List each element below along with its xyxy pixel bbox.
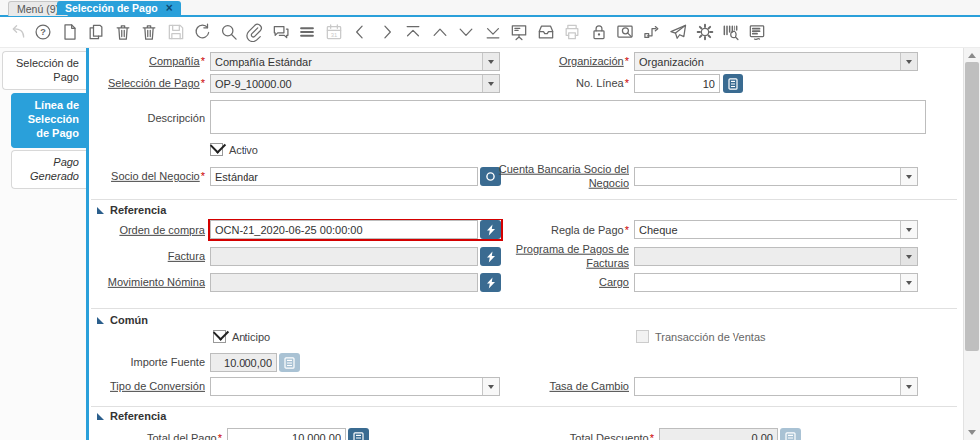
previous-record-icon[interactable] xyxy=(349,20,373,44)
regla-pago-combobox[interactable] xyxy=(634,220,918,239)
zoom-across-icon[interactable] xyxy=(614,20,638,44)
chevron-down-icon[interactable] xyxy=(900,378,917,395)
movimiento-nomina-input xyxy=(210,273,478,292)
transaccion-ventas-label: Transacción de Ventas xyxy=(655,331,766,343)
chat-icon[interactable] xyxy=(269,20,293,44)
collapse-triangle-icon[interactable] xyxy=(97,207,104,214)
delete-record-icon[interactable] xyxy=(111,20,135,44)
factura-label[interactable]: Factura xyxy=(89,249,205,263)
export-icon[interactable] xyxy=(667,20,691,44)
archive-icon[interactable] xyxy=(534,20,558,44)
organizacion-value[interactable] xyxy=(635,53,900,70)
importe-fuente-label: Importe Fuente xyxy=(89,355,205,369)
tab-seleccion-de-pago-window[interactable]: Selección de Pago × xyxy=(57,1,181,15)
scrollbar-thumb[interactable] xyxy=(965,62,979,351)
process-icon[interactable] xyxy=(693,20,717,44)
collapse-triangle-icon[interactable] xyxy=(97,413,104,420)
seleccion-pago-label[interactable]: Selección de Pago* xyxy=(89,76,205,90)
factura-input xyxy=(210,247,478,266)
tipo-conversion-value[interactable] xyxy=(211,378,482,395)
transaccion-ventas-checkbox xyxy=(636,330,649,343)
attachment-icon[interactable] xyxy=(244,20,267,44)
new-record-icon[interactable] xyxy=(58,20,82,44)
tipo-conversion-label[interactable]: Tipo de Conversión xyxy=(89,379,205,393)
compania-combobox[interactable] xyxy=(210,52,500,71)
scroll-up-icon[interactable] xyxy=(968,53,976,58)
orden-compra-input[interactable] xyxy=(210,220,478,239)
help-icon[interactable] xyxy=(32,20,56,44)
socio-input[interactable] xyxy=(210,167,478,186)
toolbar xyxy=(0,17,980,48)
anticipo-checkbox[interactable] xyxy=(213,330,226,343)
activo-label: Activo xyxy=(229,144,258,156)
workflow-icon[interactable] xyxy=(640,20,664,44)
sidebar-tab-linea-de-seleccion-de-pago[interactable]: Línea de Selección de Pago xyxy=(11,93,86,148)
total-pago-calculator-button[interactable] xyxy=(348,428,369,440)
descripcion-textarea[interactable] xyxy=(210,100,926,134)
refresh-icon[interactable] xyxy=(191,20,215,44)
seleccion-pago-value[interactable] xyxy=(211,75,482,92)
product-info-icon[interactable] xyxy=(720,20,743,44)
sidebar-tab-pago-generado[interactable]: Pago Generado xyxy=(11,150,86,189)
section-divider xyxy=(91,406,957,407)
compania-value[interactable] xyxy=(211,53,482,70)
tasa-cambio-combobox[interactable] xyxy=(634,377,918,396)
next-record-icon[interactable] xyxy=(375,20,399,44)
movimiento-nomina-label[interactable]: Movimiento Nómina xyxy=(89,275,205,289)
socio-label[interactable]: Socio del Negocio* xyxy=(89,169,205,183)
organizacion-label[interactable]: Organización* xyxy=(489,54,629,68)
tasa-cambio-value[interactable] xyxy=(635,378,900,395)
print-icon xyxy=(561,20,585,44)
no-linea-calculator-button[interactable] xyxy=(723,74,743,93)
total-descuento-label: Total Descuento* xyxy=(514,431,654,440)
cargo-value[interactable] xyxy=(635,274,900,291)
detail-record-icon[interactable] xyxy=(455,20,479,44)
form-area: Compañía* Organización* Selección de Pag… xyxy=(89,48,963,440)
scroll-down-icon[interactable] xyxy=(968,430,976,435)
cuenta-bancaria-label[interactable]: Cuenta Bancaria Socio del Negocio xyxy=(489,162,629,191)
last-record-icon[interactable] xyxy=(481,20,505,44)
chevron-down-icon[interactable] xyxy=(900,168,917,185)
grid-toggle-icon[interactable] xyxy=(296,20,320,44)
private-record-lock-icon[interactable] xyxy=(587,20,611,44)
report-icon[interactable] xyxy=(508,20,532,44)
total-pago-label: Total del Pago* xyxy=(89,431,222,440)
chevron-down-icon[interactable] xyxy=(900,221,917,238)
orden-compra-label[interactable]: Orden de compra xyxy=(89,223,205,237)
no-linea-input[interactable] xyxy=(634,74,720,93)
tab-bar: Menú (9) Selección de Pago × xyxy=(0,0,980,17)
find-icon[interactable] xyxy=(217,20,241,44)
seleccion-pago-combobox[interactable] xyxy=(210,74,500,93)
calculator-icon xyxy=(353,432,364,440)
compania-label[interactable]: Compañía* xyxy=(89,54,205,68)
cuenta-bancaria-value[interactable] xyxy=(635,168,900,185)
no-linea-label: No. Línea* xyxy=(489,76,629,90)
vertical-scrollbar[interactable] xyxy=(963,48,980,440)
chevron-down-icon[interactable] xyxy=(900,53,917,70)
regla-pago-value[interactable] xyxy=(635,221,900,238)
cargo-combobox[interactable] xyxy=(634,273,918,292)
descripcion-label: Descripción xyxy=(89,111,205,125)
programa-pagos-label[interactable]: Programa de Pagos de Facturas xyxy=(489,242,629,271)
tipo-conversion-combobox[interactable] xyxy=(210,377,500,396)
chevron-down-icon[interactable] xyxy=(900,274,917,291)
section-referencia[interactable]: Referencia xyxy=(97,204,166,216)
delete-selection-icon[interactable] xyxy=(138,20,162,44)
section-comun[interactable]: Común xyxy=(97,314,148,326)
organizacion-combobox[interactable] xyxy=(634,52,918,71)
section-referencia-2[interactable]: Referencia xyxy=(97,410,166,422)
cargo-label[interactable]: Cargo xyxy=(489,275,629,289)
cuenta-bancaria-combobox[interactable] xyxy=(634,167,918,186)
sidebar-tab-seleccion-de-pago[interactable]: Selección de Pago xyxy=(2,51,86,90)
calculator-icon xyxy=(284,357,295,369)
first-record-icon[interactable] xyxy=(402,20,426,44)
close-icon[interactable]: × xyxy=(166,2,173,14)
quick-form-icon[interactable] xyxy=(745,20,769,44)
tasa-cambio-label[interactable]: Tasa de Cambio xyxy=(489,379,629,393)
total-pago-input[interactable] xyxy=(227,428,346,440)
programa-pagos-value xyxy=(635,248,900,265)
activo-checkbox[interactable] xyxy=(210,143,223,156)
copy-record-icon[interactable] xyxy=(85,20,109,44)
collapse-triangle-icon[interactable] xyxy=(97,317,104,324)
parent-record-icon[interactable] xyxy=(428,20,452,44)
